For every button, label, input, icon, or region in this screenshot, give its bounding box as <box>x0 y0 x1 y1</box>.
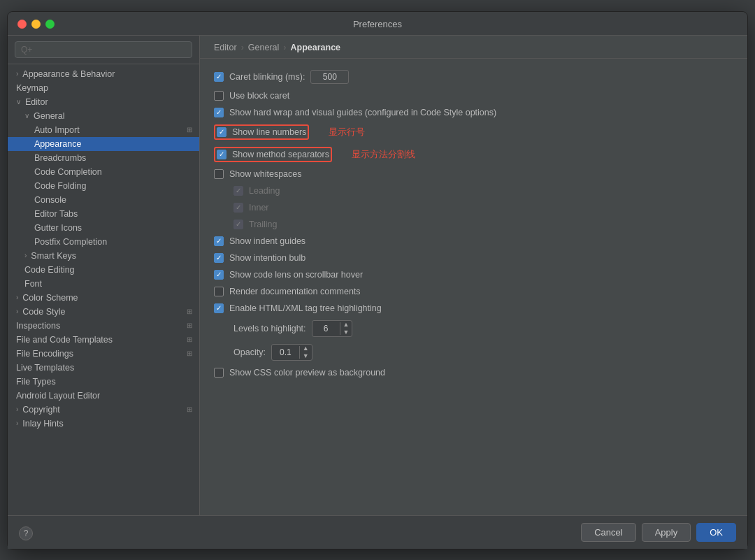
sidebar-item-label: General <box>34 111 64 121</box>
render-documentation-label: Render documentation comments <box>229 287 361 296</box>
levels-spinner[interactable]: 6 ▲ ▼ <box>312 320 353 337</box>
sidebar-item-code-editing[interactable]: Code Editing <box>8 263 199 277</box>
trailing-checkbox[interactable] <box>233 220 243 229</box>
opacity-decrement[interactable]: ▼ <box>300 352 312 360</box>
render-documentation-row: Render documentation comments <box>214 287 733 296</box>
sidebar-item-label: Code Completion <box>34 167 102 177</box>
breadcrumb-part2: General <box>248 43 279 52</box>
dialog-title: Preferences <box>353 19 402 29</box>
sidebar-item-auto-import[interactable]: Auto Import ⊞ <box>8 123 199 137</box>
sidebar-item-code-style[interactable]: › Code Style ⊞ <box>8 305 199 319</box>
sidebar-item-file-code-templates[interactable]: File and Code Templates ⊞ <box>8 333 199 347</box>
close-button[interactable] <box>17 20 27 29</box>
sidebar-item-gutter-icons[interactable]: Gutter Icons <box>8 221 199 235</box>
use-block-caret-checkbox[interactable] <box>214 91 224 101</box>
leading-checkbox[interactable] <box>233 186 243 196</box>
caret-blinking-label: Caret blinking (ms): <box>229 72 305 82</box>
sidebar-item-copyright[interactable]: › Copyright ⊞ <box>8 403 199 417</box>
render-documentation-checkbox[interactable] <box>214 287 224 296</box>
sidebar-item-file-encodings[interactable]: File Encodings ⊞ <box>8 347 199 361</box>
enable-html-xml-checkbox[interactable] <box>214 303 224 313</box>
sidebar-item-breadcrumbs[interactable]: Breadcrumbs <box>8 151 199 165</box>
expand-arrow: › <box>24 252 27 259</box>
caret-blinking-checkbox[interactable] <box>214 72 224 82</box>
show-hard-wrap-checkbox[interactable] <box>214 108 224 117</box>
inner-checkbox[interactable] <box>233 203 243 213</box>
caret-blinking-input[interactable] <box>310 70 349 84</box>
show-intention-bulb-checkbox[interactable] <box>214 253 224 263</box>
show-line-numbers-checkbox[interactable] <box>217 127 226 137</box>
sidebar-item-label: File Encodings <box>16 349 73 359</box>
show-hard-wrap-row: Show hard wrap and visual guides (config… <box>214 108 733 117</box>
expand-arrow: ∨ <box>16 98 21 106</box>
sidebar-item-postfix-completion[interactable]: Postfix Completion <box>8 235 199 249</box>
sidebar-item-live-templates[interactable]: Live Templates <box>8 361 199 375</box>
sidebar-item-label: File Types <box>16 377 56 387</box>
sidebar-item-inspections[interactable]: Inspections ⊞ <box>8 319 199 333</box>
search-input[interactable] <box>15 41 192 58</box>
preferences-dialog: Preferences › Appearance & Behavior Keym… <box>7 11 748 550</box>
copy-icon: ⊞ <box>187 126 192 134</box>
sidebar-item-label: Breadcrumbs <box>34 153 86 163</box>
sidebar-item-code-completion[interactable]: Code Completion <box>8 165 199 179</box>
levels-increment[interactable]: ▲ <box>340 321 352 329</box>
sidebar-item-appearance[interactable]: Appearance <box>8 137 199 151</box>
sidebar: › Appearance & Behavior Keymap ∨ Editor … <box>8 36 200 515</box>
search-box <box>8 36 199 64</box>
show-intention-bulb-row: Show intention bulb <box>214 253 733 263</box>
sidebar-item-label: Keymap <box>16 83 48 93</box>
apply-button[interactable]: Apply <box>642 523 691 542</box>
sidebar-item-label: Inlay Hints <box>22 419 63 429</box>
sidebar-item-android-layout-editor[interactable]: Android Layout Editor <box>8 389 199 403</box>
copy-icon: ⊞ <box>187 405 192 413</box>
minimize-button[interactable] <box>31 20 41 29</box>
show-method-separators-checkbox[interactable] <box>217 150 226 159</box>
opacity-increment[interactable]: ▲ <box>300 345 312 352</box>
leading-row: Leading <box>233 186 733 196</box>
trailing-row: Trailing <box>233 220 733 229</box>
inner-row: Inner <box>233 203 733 213</box>
sidebar-item-appearance-behavior[interactable]: › Appearance & Behavior <box>8 67 199 81</box>
show-method-separators-annotation: 显示方法分割线 <box>352 148 415 161</box>
breadcrumb-part3: Appearance <box>290 43 340 52</box>
show-method-separators-highlight: Show method separators <box>214 147 332 162</box>
breadcrumb-sep2: › <box>283 43 286 52</box>
sidebar-item-label: Copyright <box>22 405 60 415</box>
sidebar-item-code-folding[interactable]: Code Folding <box>8 179 199 193</box>
show-code-lens-checkbox[interactable] <box>214 270 224 280</box>
sidebar-item-inlay-hints[interactable]: › Inlay Hints <box>8 417 199 431</box>
show-line-numbers-annotation: 显示行号 <box>329 126 365 138</box>
sidebar-item-editor-tabs[interactable]: Editor Tabs <box>8 207 199 221</box>
show-css-color-checkbox[interactable] <box>214 368 224 378</box>
footer-wrapper: ? Cancel Apply OK <box>8 515 747 549</box>
sidebar-item-label: Gutter Icons <box>34 223 82 233</box>
sidebar-item-label: Editor <box>25 97 48 107</box>
opacity-row: Opacity: 0.1 ▲ ▼ <box>233 344 733 361</box>
sidebar-item-label: Live Templates <box>16 363 74 373</box>
opacity-spinner[interactable]: 0.1 ▲ ▼ <box>271 344 312 361</box>
ok-button[interactable]: OK <box>696 523 736 542</box>
cancel-button[interactable]: Cancel <box>581 523 635 542</box>
sidebar-item-color-scheme[interactable]: › Color Scheme <box>8 291 199 305</box>
breadcrumb-part1: Editor <box>214 43 237 52</box>
levels-decrement[interactable]: ▼ <box>340 329 352 336</box>
sidebar-item-font[interactable]: Font <box>8 277 199 291</box>
trailing-label: Trailing <box>249 220 278 229</box>
copy-icon: ⊞ <box>187 336 192 343</box>
sidebar-item-file-types[interactable]: File Types <box>8 375 199 389</box>
help-button[interactable]: ? <box>19 526 33 540</box>
maximize-button[interactable] <box>45 20 55 29</box>
use-block-caret-row: Use block caret <box>214 91 733 101</box>
show-intention-bulb-label: Show intention bulb <box>229 253 305 263</box>
show-hard-wrap-label: Show hard wrap and visual guides (config… <box>229 108 496 117</box>
sidebar-item-label: File and Code Templates <box>16 335 113 345</box>
sidebar-item-console[interactable]: Console <box>8 193 199 207</box>
sidebar-item-general[interactable]: ∨ General <box>8 109 199 123</box>
sidebar-item-label: Code Style <box>22 307 65 317</box>
show-whitespaces-checkbox[interactable] <box>214 169 224 179</box>
show-indent-guides-checkbox[interactable] <box>214 236 224 246</box>
sidebar-item-editor[interactable]: ∨ Editor <box>8 95 199 109</box>
sidebar-item-label: Appearance <box>34 139 81 149</box>
sidebar-item-smart-keys[interactable]: › Smart Keys <box>8 249 199 263</box>
sidebar-item-keymap[interactable]: Keymap <box>8 81 199 95</box>
